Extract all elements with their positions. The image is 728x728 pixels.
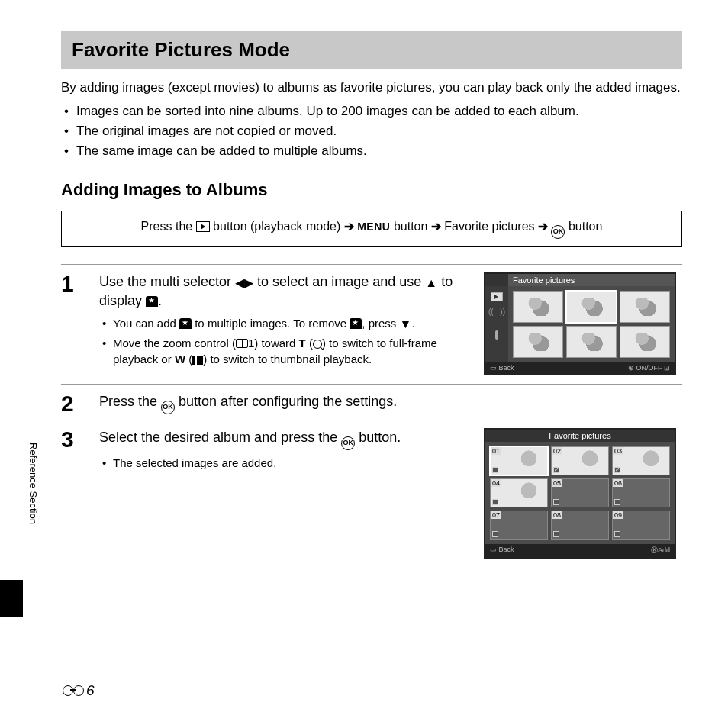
- down-selector-icon: ▼: [400, 317, 412, 330]
- checkbox-icon: [492, 467, 498, 473]
- thumbnail-selected: [566, 291, 617, 323]
- camera-screen-albums: Favorite pictures 01 02 03 04 05 06 07 0…: [484, 428, 676, 559]
- menu-label: MENU: [357, 221, 390, 233]
- screen-header: Favorite pictures: [485, 430, 675, 442]
- setup-icon: [491, 330, 503, 341]
- wireless-icon: [491, 311, 503, 321]
- intro-paragraph: By adding images (except movies) to albu…: [61, 79, 682, 97]
- thumbnail: [566, 326, 617, 358]
- checkbox-icon: [614, 531, 620, 537]
- left-right-selector-icon: ◀▶: [235, 276, 253, 289]
- playback-icon: [196, 221, 210, 232]
- checkbox-icon: [492, 531, 498, 537]
- step-1: 1 Use the multi selector ◀▶ to select an…: [61, 264, 682, 384]
- footer-back: ▭ Back: [490, 364, 514, 372]
- step-instruction: Press the OK button after configuring th…: [99, 392, 682, 414]
- step-number: 1: [61, 272, 87, 375]
- album-grid: 01 02 03 04 05 06 07 08 09: [485, 442, 675, 544]
- footer-onoff: ⊕ ON/OFF ⊡: [628, 364, 670, 372]
- album-cell: 09: [612, 511, 670, 540]
- checkbox-icon: [553, 499, 559, 505]
- favorite-star-icon: [350, 318, 362, 329]
- section-title-bar: Favorite Pictures Mode: [61, 31, 682, 69]
- step-3: 3 Select the desired album and press the…: [61, 428, 682, 568]
- step-body: Use the multi selector ◀▶ to select an i…: [99, 272, 472, 375]
- checkbox-icon: [553, 531, 559, 537]
- nav-text: button: [569, 220, 602, 233]
- navigation-path-box: Press the button (playback mode) ➔ MENU …: [61, 211, 682, 247]
- thumbnail: [513, 326, 563, 358]
- album-cell: 02: [551, 446, 609, 475]
- screen-header: Favorite pictures: [508, 274, 675, 286]
- step-number: 3: [61, 428, 87, 559]
- thumbnail-icon: [192, 356, 203, 365]
- manual-ref-icon: [236, 339, 248, 348]
- album-cell: 07: [490, 511, 548, 540]
- step-instruction: Use the multi selector ◀▶ to select an i…: [99, 272, 472, 311]
- thumbnail: [620, 291, 670, 323]
- screen-sidebar: [485, 286, 508, 362]
- album-cell: 08: [551, 511, 609, 540]
- bullet-item: Images can be sorted into nine albums. U…: [76, 101, 682, 121]
- star-badge-icon: [588, 322, 595, 323]
- thumbnail: [620, 326, 670, 358]
- step-1-figure: Favorite pictures ▭ Back ⊕ O: [484, 272, 682, 375]
- page-number: 6: [63, 682, 95, 699]
- camera-screen-thumbnails: Favorite pictures ▭ Back ⊕ O: [484, 272, 676, 375]
- footer-add: ⓀAdd: [651, 546, 670, 556]
- step-sub-bullet: Move the zoom control (1) toward T () to…: [113, 335, 472, 369]
- checkbox-icon: [492, 499, 498, 505]
- thumbnail-grid: [508, 286, 675, 362]
- step-instruction: Select the desired album and press the O…: [99, 428, 472, 450]
- arrow-icon: ➔: [538, 220, 551, 233]
- reference-section-icon: [63, 685, 84, 696]
- favorite-star-icon: [146, 296, 158, 307]
- album-cell: 03: [612, 446, 670, 475]
- ok-button-icon: OK: [161, 401, 175, 414]
- album-cell: 05: [551, 478, 609, 507]
- step-sub-bullet: You can add to multiple images. To remov…: [113, 315, 472, 333]
- album-cell: 01: [490, 446, 548, 475]
- footer-back: ▭ Back: [490, 546, 514, 556]
- bullet-item: The same image can be added to multiple …: [76, 141, 682, 161]
- step-2: 2 Press the OK button after configuring …: [61, 384, 682, 428]
- nav-text: button (playback mode): [213, 220, 340, 233]
- bullet-item: The original images are not copied or mo…: [76, 121, 682, 141]
- screen-footer: ▭ Back ⊕ ON/OFF ⊡: [485, 362, 675, 373]
- up-selector-icon: ▲: [425, 276, 437, 289]
- thumbnail: [513, 291, 563, 323]
- nav-text: button: [394, 220, 427, 233]
- screen-footer: ▭ Back ⓀAdd: [485, 544, 675, 557]
- album-cell: 06: [612, 478, 670, 507]
- ok-button-icon: OK: [551, 225, 565, 239]
- nav-text: Press the: [141, 220, 193, 233]
- album-cell: 04: [490, 478, 548, 507]
- intro-bullets: Images can be sorted into nine albums. U…: [61, 101, 682, 162]
- section-title: Favorite Pictures Mode: [72, 38, 672, 62]
- step-3-figure: Favorite pictures 01 02 03 04 05 06 07 0…: [484, 428, 682, 559]
- favorite-star-icon: [179, 318, 192, 329]
- step-sub-bullet: The selected images are added.: [113, 455, 472, 472]
- magnify-icon: [313, 340, 322, 349]
- side-tab-label: Reference Section: [27, 443, 39, 524]
- checkbox-icon: [614, 467, 620, 473]
- playback-mode-icon: [491, 292, 503, 301]
- nav-text: Favorite pictures: [444, 220, 534, 233]
- checkbox-icon: [553, 467, 559, 473]
- step-number: 2: [61, 392, 87, 419]
- arrow-icon: ➔: [431, 220, 444, 233]
- checkbox-icon: [614, 499, 620, 505]
- page-edge-tab: [0, 580, 23, 617]
- subsection-heading: Adding Images to Albums: [61, 180, 682, 200]
- arrow-icon: ➔: [344, 220, 357, 233]
- ok-button-icon: OK: [341, 436, 355, 450]
